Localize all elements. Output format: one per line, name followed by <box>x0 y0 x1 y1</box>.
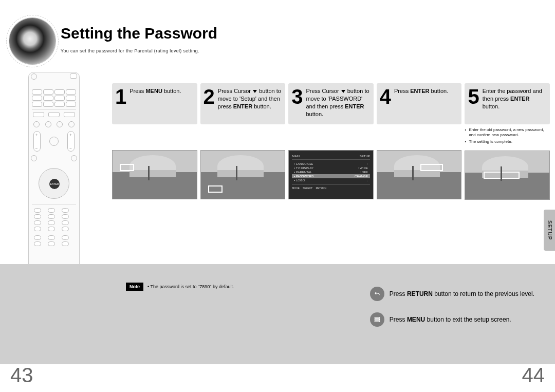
menu-top-left: MAIN <box>292 155 300 158</box>
svg-rect-2 <box>375 321 379 322</box>
page-title: Setting the Password <box>61 25 217 42</box>
step-5-note: The setting is complete. <box>465 139 550 144</box>
menu-bottom-item: MOVE <box>292 186 300 190</box>
step-thumbnail <box>112 150 197 199</box>
return-icon <box>370 287 384 301</box>
menu-row: • PASSWORD: CHANGE <box>292 174 370 178</box>
side-tab-setup: SETUP <box>544 210 555 251</box>
step-thumbnail <box>200 150 286 199</box>
menu-row: • LANGUAGE: <box>292 162 370 166</box>
page-number-right: 44 <box>522 364 545 387</box>
step-text: Press MENU button. <box>130 87 181 95</box>
step-2: 2 Press Cursor button to move to 'Setup'… <box>200 83 286 200</box>
menu-bottom-item: SELECT <box>303 186 312 190</box>
menu-bottom-item: RETURN <box>316 186 326 190</box>
step-number: 5 <box>468 87 479 106</box>
step-3: 3 Press Cursor button to move to 'PASSWO… <box>288 83 374 200</box>
step-5-note: Enter the old password, a new password, … <box>465 127 550 138</box>
menu-row: • TV DISPLAY: WIDE <box>292 166 370 170</box>
svg-rect-0 <box>375 318 379 319</box>
step-text: Press ENTER button. <box>394 87 448 95</box>
menu-info-text: Press MENU button to exit the setup scre… <box>390 316 511 323</box>
step-thumbnail <box>377 150 462 199</box>
note-badge: Note <box>126 283 143 291</box>
step-5-notes: Enter the old password, a new password, … <box>465 127 550 144</box>
note-text: • The password is set to "7890" by defau… <box>147 284 234 289</box>
return-info-text: Press RETURN button to return to the pre… <box>390 290 534 297</box>
step-number: 3 <box>291 87 303 106</box>
step-thumbnail-menu: MAINSETUP • LANGUAGE: • TV DISPLAY: WIDE… <box>288 150 374 199</box>
page-subtitle: You can set the password for the Parenta… <box>61 48 199 53</box>
menu-icon <box>370 312 384 327</box>
step-number: 4 <box>380 87 391 106</box>
step-1: 1 Press MENU button. <box>112 83 197 200</box>
step-5: 5 Enter the password and then press ENTE… <box>465 83 550 200</box>
menu-row: • LOGO: <box>292 178 370 182</box>
step-thumbnail <box>465 151 550 200</box>
remote-enter-button: ENTER <box>49 179 60 189</box>
speaker-icon <box>9 18 55 64</box>
step-text: Press Cursor button to move to 'PASSWORD… <box>306 87 369 118</box>
svg-rect-1 <box>375 319 379 320</box>
step-4: 4 Press ENTER button. <box>377 83 462 200</box>
page-number-left: 43 <box>10 364 33 387</box>
step-text: Press Cursor button to move to 'Setup' a… <box>218 87 281 110</box>
step-number: 1 <box>115 87 126 106</box>
side-tab-label: SETUP <box>547 220 552 240</box>
note-row: Note • The password is set to "7890" by … <box>126 283 234 291</box>
menu-top-right: SETUP <box>360 155 370 158</box>
step-number: 2 <box>203 87 215 106</box>
steps-row: 1 Press MENU button. 2 Press Cursor butt… <box>112 83 550 200</box>
info-buttons: Press RETURN button to return to the pre… <box>370 287 534 338</box>
menu-rows: • LANGUAGE: • TV DISPLAY: WIDE• PARENTAL… <box>292 162 370 182</box>
menu-row: • PARENTAL: OFF <box>292 170 370 174</box>
step-text: Enter the password and then press ENTER … <box>483 87 546 110</box>
